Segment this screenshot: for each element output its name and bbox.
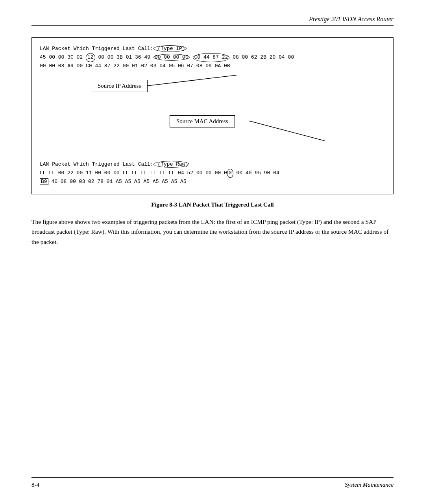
footer-section-title: System Maintenance — [345, 482, 394, 488]
circled-12: 12 — [86, 53, 95, 62]
code-line-2: 45 00 00 3C 02 12 00 00 3B 01 36 49 00 0… — [40, 53, 385, 62]
ip-oval: 00 00 00 00 — [153, 54, 190, 61]
code-line-3: 00 00 08 A9 D0 C0 44 87 22 00 01 02 03 0… — [40, 62, 385, 70]
page-header: Prestige 201 ISDN Access Router — [31, 16, 394, 26]
diagram-box: LAN Packet Which Triggered Last Call: (T… — [31, 37, 394, 194]
header-title: Prestige 201 ISDN Access Router — [309, 16, 394, 23]
struck-ff-ff: FF FF FF — [150, 170, 175, 176]
code-line-1: LAN Packet Which Triggered Last Call: (T… — [40, 45, 385, 53]
footer-page-number: 8-4 — [31, 482, 39, 488]
bottom-code-section: LAN Packet Which Triggered Last Call: (T… — [40, 161, 385, 186]
main-content: LAN Packet Which Triggered Last Call: (T… — [31, 37, 394, 477]
top-code-section: LAN Packet Which Triggered Last Call: (T… — [40, 45, 385, 70]
circled-0: 0 — [227, 169, 233, 178]
diagram-content-area: LAN Packet Which Triggered Last Call: (T… — [40, 45, 385, 186]
labels-area: Source IP Address Source MAC Address — [40, 72, 385, 159]
bottom-code-line-3: B9 40 08 00 03 02 78 01 A5 A5 A5 A5 A5 A… — [40, 178, 385, 186]
type-raw-oval: (Type Raw) — [153, 161, 190, 168]
type-ip-oval: (Type IP) — [153, 45, 187, 52]
circled-c0: C0 44 87 22 — [193, 53, 230, 62]
bottom-code-line-2: FF FF 00 22 00 11 00 00 00 FF FF FF FF F… — [40, 169, 385, 178]
page-footer: 8-4 System Maintenance — [31, 477, 394, 488]
svg-line-1 — [249, 121, 325, 141]
source-mac-label: Source MAC Address — [170, 115, 235, 127]
svg-line-0 — [148, 75, 237, 86]
source-ip-label: Source IP Address — [91, 80, 148, 92]
boxed-b9: B9 — [40, 178, 48, 185]
body-text: The figure above shows two examples of t… — [31, 217, 394, 247]
figure-caption: Figure 8-3 LAN Packet That Triggered Las… — [31, 201, 394, 208]
bottom-code-line-1: LAN Packet Which Triggered Last Call: (T… — [40, 161, 385, 169]
